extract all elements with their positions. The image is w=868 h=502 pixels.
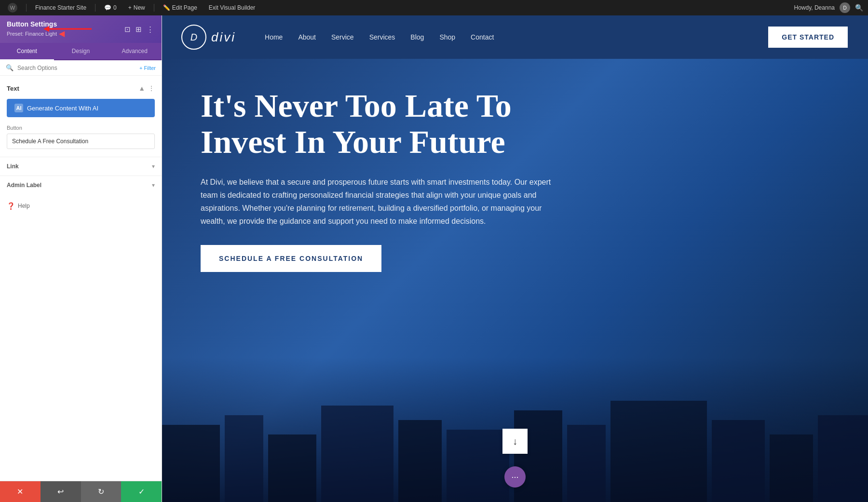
undo-button[interactable]: ↩ <box>41 481 81 502</box>
button-text-input[interactable] <box>7 134 155 149</box>
svg-rect-3 <box>225 415 263 502</box>
filter-button[interactable]: + Filter <box>139 65 156 71</box>
link-chevron-icon: ▾ <box>152 163 155 170</box>
new-label: New <box>134 4 145 11</box>
red-arrow-svg <box>39 22 96 36</box>
admin-search-icon[interactable]: 🔍 <box>855 4 863 12</box>
panel-content: Text ▲ ⋮ AI Generate Content With AI But… <box>0 76 162 481</box>
logo-icon: D <box>181 25 206 50</box>
collapse-icon[interactable]: ▲ <box>138 84 145 92</box>
hero-cta-button[interactable]: SCHEDULE A FREE CONSULTATION <box>201 245 381 272</box>
separator <box>26 4 27 12</box>
help-icon: ❓ <box>7 202 15 210</box>
text-section-header: Text ▲ ⋮ <box>0 81 162 95</box>
panel-help: ❓ Help <box>0 194 162 217</box>
hero-title: It's Never Too Late To Invest In Your Fu… <box>201 88 557 160</box>
exit-builder-button[interactable]: Exit Visual Builder <box>206 3 258 12</box>
separator2 <box>95 4 95 12</box>
nav-home[interactable]: Home <box>265 33 283 41</box>
button-field-label: Button <box>7 125 155 131</box>
nav-contact[interactable]: Contact <box>471 33 494 41</box>
svg-rect-10 <box>610 401 707 502</box>
wp-icon: W <box>8 3 17 13</box>
svg-rect-12 <box>770 434 813 502</box>
tab-advanced[interactable]: Advanced <box>108 43 162 59</box>
tab-design[interactable]: Design <box>54 43 108 59</box>
right-content: D divi Home About Service Services Blo <box>162 15 868 502</box>
svg-rect-2 <box>162 425 220 502</box>
search-input[interactable] <box>17 65 136 71</box>
red-arrow-annotation <box>39 22 96 36</box>
svg-rect-11 <box>712 420 765 502</box>
site-name-link[interactable]: Finance Starter Site <box>32 3 89 12</box>
ai-icon: AI <box>14 104 23 112</box>
save-button[interactable]: ✓ <box>121 481 162 502</box>
link-section-title: Link <box>7 163 19 170</box>
hero-section: It's Never Too Late To Invest In Your Fu… <box>162 59 868 502</box>
svg-rect-8 <box>514 410 562 502</box>
admin-chevron-icon: ▾ <box>152 182 155 189</box>
svg-rect-9 <box>567 425 606 502</box>
nav-service[interactable]: Service <box>331 33 354 41</box>
more-icon[interactable]: ⋮ <box>148 84 155 92</box>
pencil-icon: ✏️ <box>163 4 170 11</box>
panel-header-icons: ⊡ ⊞ ⋮ <box>123 24 155 35</box>
site-name: Finance Starter Site <box>35 4 86 11</box>
wp-logo-button[interactable]: W <box>5 2 20 14</box>
text-section-title: Text <box>7 85 19 92</box>
cancel-button[interactable]: ✕ <box>0 481 41 502</box>
comment-count: 0 <box>113 4 117 11</box>
fab-button[interactable]: ··· <box>504 466 526 488</box>
comment-icon: 💬 <box>104 4 111 11</box>
admin-label-title: Admin Label <box>7 182 41 189</box>
svg-marker-1 <box>43 26 49 32</box>
comments-button[interactable]: 💬 0 <box>101 3 120 12</box>
panel-tabs: Content Design Advanced <box>0 43 162 60</box>
user-avatar[interactable]: D <box>840 2 850 13</box>
site-logo: D divi <box>181 25 236 50</box>
main-layout: Button Settings Preset: Finance Light ◀ … <box>0 15 868 502</box>
plus-icon: + <box>128 4 132 11</box>
section-icons: ▲ ⋮ <box>138 84 155 92</box>
admin-bar-right: Howdy, Deanna D 🔍 <box>794 2 864 13</box>
redo-button[interactable]: ↻ <box>81 481 122 502</box>
site-menu: Home About Service Services Blog Shop <box>265 33 767 41</box>
howdy-text: Howdy, Deanna <box>794 4 835 11</box>
get-started-button[interactable]: GET STARTED <box>767 26 849 49</box>
admin-label-header[interactable]: Admin Label ▾ <box>7 182 155 189</box>
svg-rect-7 <box>447 430 509 502</box>
link-section-header[interactable]: Link ▾ <box>7 163 155 170</box>
hero-description: At Divi, we believe that a secure and pr… <box>201 176 557 228</box>
site-nav: D divi Home About Service Services Blo <box>162 15 868 59</box>
nav-shop[interactable]: Shop <box>439 33 455 41</box>
svg-rect-6 <box>398 420 442 502</box>
scroll-down-container: ↓ <box>502 429 528 454</box>
edit-page-button[interactable]: ✏️ Edit Page <box>160 3 200 12</box>
logo-text: divi <box>211 30 236 45</box>
hero-content: It's Never Too Late To Invest In Your Fu… <box>162 59 596 301</box>
more-options-icon[interactable]: ⋮ <box>146 24 155 35</box>
edit-page-label: Edit Page <box>172 4 197 11</box>
new-button[interactable]: + New <box>125 3 148 12</box>
nav-about[interactable]: About <box>298 33 316 41</box>
nav-blog[interactable]: Blog <box>410 33 424 41</box>
fab-icon: ··· <box>511 472 518 482</box>
grid-icon[interactable]: ⊞ <box>135 24 143 35</box>
tab-content[interactable]: Content <box>0 43 54 60</box>
svg-rect-4 <box>268 434 316 502</box>
scroll-down-button[interactable]: ↓ <box>502 429 528 454</box>
ai-generate-button[interactable]: AI Generate Content With AI <box>7 99 155 117</box>
panel-footer: ✕ ↩ ↻ ✓ <box>0 481 162 502</box>
panel-search: 🔍 + Filter <box>0 60 162 76</box>
filter-label: + Filter <box>139 65 156 71</box>
admin-label-section: Admin Label ▾ <box>0 176 162 194</box>
ai-button-label: Generate Content With AI <box>27 105 98 112</box>
svg-rect-13 <box>818 415 868 502</box>
help-label[interactable]: Help <box>18 203 30 209</box>
search-icon: 🔍 <box>6 64 14 71</box>
responsive-icon[interactable]: ⊡ <box>123 24 132 35</box>
exit-builder-label: Exit Visual Builder <box>209 4 256 11</box>
link-section: Link ▾ <box>0 157 162 176</box>
nav-services[interactable]: Services <box>369 33 395 41</box>
admin-bar: W Finance Starter Site 💬 0 + New ✏️ Edit… <box>0 0 868 15</box>
